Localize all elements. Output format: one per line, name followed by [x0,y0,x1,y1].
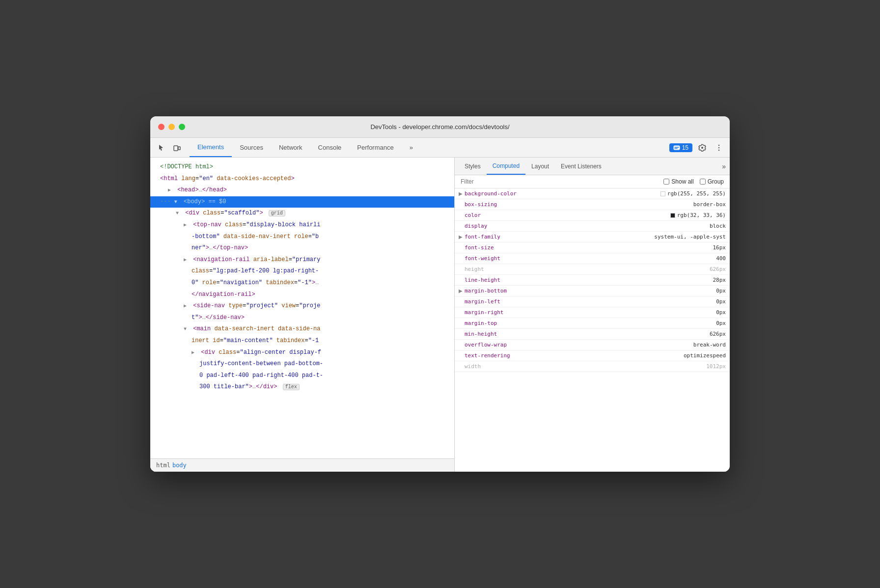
traffic-lights [158,124,185,130]
devtools-icon-group [154,141,184,155]
css-prop-row[interactable]: box-sizingborder-box [455,199,730,210]
tab-elements[interactable]: Elements [190,138,232,157]
tab-styles[interactable]: Styles [459,158,487,175]
group-checkbox[interactable] [700,179,706,185]
css-prop-row[interactable]: text-renderingoptimizespeed [455,350,730,361]
css-prop-row[interactable]: ▶font-familysystem-ui, -apple-syst [455,232,730,242]
device-toolbar-icon[interactable] [170,141,184,155]
css-properties-list: ▶background-colorrgb(255, 255, 255)box-s… [455,188,730,472]
show-all-checkbox[interactable] [663,179,669,185]
css-prop-row[interactable]: ▶margin-bottom0px [455,286,730,296]
dom-line-html[interactable]: <html lang="en" data-cookies-accepted> [150,173,454,185]
prop-name: color [465,212,666,218]
close-button[interactable] [158,124,165,130]
css-prop-row[interactable]: font-weight400 [455,253,730,264]
devtools-toolbar: Elements Sources Network Console Perform… [150,138,730,158]
prop-value: system-ui, -apple-syst [654,234,726,240]
devtools-body: <!DOCTYPE html> <html lang="en" data-coo… [150,158,730,472]
css-prop-row[interactable]: displayblock [455,221,730,232]
expand-arrow-icon[interactable]: ▶ [459,288,465,294]
dom-line-topnav[interactable]: ▶ <top-nav class="display-block hairli [150,219,454,231]
breadcrumb-html[interactable]: html [156,462,170,469]
devtools-right-icons: 15 [669,141,726,155]
prop-value: 626px [710,266,726,272]
dom-line-navrail[interactable]: ▶ <navigation-rail aria-label="primary [150,254,454,266]
prop-value: 16px [713,244,726,251]
expand-arrow-icon[interactable]: ▶ [459,234,465,240]
tab-layout[interactable]: Layout [525,158,555,175]
dom-breadcrumb: html body [150,458,454,472]
dom-line-navrail2: class="lg:pad-left-200 lg:pad-right- [150,266,454,277]
dom-line-main[interactable]: ▼ <main data-search-inert data-side-na [150,323,454,335]
dom-line-sidenav[interactable]: ▶ <side-nav type="project" view="proje [150,300,454,312]
prop-name: margin-top [465,320,712,326]
panel-tab-more-icon[interactable]: » [722,162,726,170]
dom-line-sidenav2: t">…</side-nav> [150,312,454,324]
tab-more[interactable]: » [402,138,421,157]
prop-value: 0px [716,298,726,305]
devtools-tabs: Elements Sources Network Console Perform… [190,138,669,157]
prop-name: margin-right [465,309,712,316]
css-prop-row[interactable]: margin-top0px [455,318,730,329]
prop-value: rgb(255, 255, 255) [660,190,726,197]
dom-panel: <!DOCTYPE html> <html lang="en" data-coo… [150,158,455,472]
svg-point-4 [718,147,719,148]
css-prop-row[interactable]: ▶background-colorrgb(255, 255, 255) [455,188,730,199]
cursor-icon[interactable] [154,141,168,155]
prop-value: rgb(32, 33, 36) [670,212,726,218]
dom-line-main2: inert id="main-content" tabindex="-1 [150,335,454,347]
maximize-button[interactable] [179,124,185,130]
tab-performance[interactable]: Performance [349,138,401,157]
css-prop-row[interactable]: margin-right0px [455,307,730,318]
css-prop-row[interactable]: colorrgb(32, 33, 36) [455,210,730,221]
dom-line-navrail3: 0" role="navigation" tabindex="-1">… [150,277,454,289]
svg-rect-1 [178,147,180,150]
prop-value: 626px [710,331,726,337]
prop-name: height [465,266,706,272]
svg-rect-0 [174,146,178,151]
tab-console[interactable]: Console [310,138,350,157]
prop-name: font-family [465,234,650,240]
panel-tabs: Styles Computed Layout Event Listeners » [455,158,730,175]
dom-line-head[interactable]: ▶ <head>…</head> [150,185,454,196]
dom-line-body[interactable]: ··· ▼ <body> == $0 [150,196,454,208]
prop-value: 0px [716,320,726,326]
prop-name: margin-left [465,298,712,305]
css-prop-row[interactable]: margin-left0px [455,296,730,307]
notifications-badge[interactable]: 15 [669,143,692,152]
minimize-button[interactable] [168,124,175,130]
settings-icon[interactable] [695,141,709,155]
prop-name: margin-bottom [465,288,712,294]
tab-network[interactable]: Network [271,138,310,157]
group-group: Group [700,178,724,185]
svg-rect-2 [674,146,680,150]
prop-name: text-rendering [465,352,680,359]
filter-bar: Show all Group [455,175,730,188]
css-prop-row[interactable]: min-height626px [455,329,730,340]
tab-event-listeners[interactable]: Event Listeners [555,158,607,175]
prop-name: width [465,363,702,370]
tab-sources[interactable]: Sources [232,138,271,157]
svg-point-3 [718,144,719,145]
dom-line-doctype[interactable]: <!DOCTYPE html> [150,161,454,173]
color-swatch [670,213,675,218]
expand-arrow-icon[interactable]: ▶ [459,191,465,196]
prop-name: font-size [465,244,709,251]
dom-line-div[interactable]: ▶ <div class="align-center display-f [150,347,454,359]
css-prop-row[interactable]: overflow-wrapbreak-word [455,340,730,350]
css-prop-row[interactable]: width1012px [455,361,730,372]
css-prop-row[interactable]: line-height28px [455,275,730,286]
dom-line-scaffold[interactable]: ▼ <div class="scaffold"> grid [150,208,454,219]
css-prop-row[interactable]: height626px [455,264,730,275]
dom-content[interactable]: <!DOCTYPE html> <html lang="en" data-coo… [150,158,454,458]
filter-input[interactable] [461,178,658,185]
prop-name: line-height [465,277,709,283]
devtools-window: DevTools - developer.chrome.com/docs/dev… [150,116,730,472]
prop-name: box-sizing [465,201,689,208]
tab-computed[interactable]: Computed [487,158,525,175]
breadcrumb-body[interactable]: body [172,462,187,469]
dom-line-div4: 300 title-bar">…</div> flex [150,381,454,393]
more-options-icon[interactable] [712,141,726,155]
svg-point-5 [718,149,719,150]
css-prop-row[interactable]: font-size16px [455,242,730,253]
